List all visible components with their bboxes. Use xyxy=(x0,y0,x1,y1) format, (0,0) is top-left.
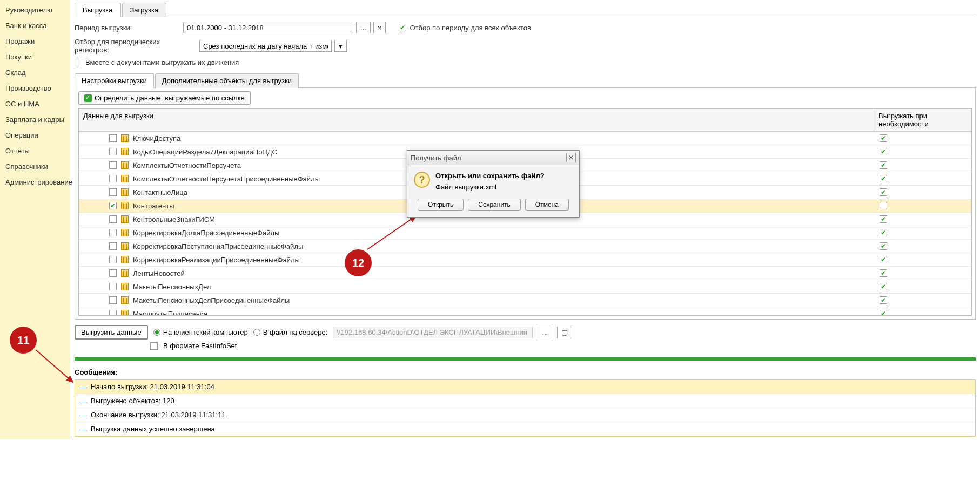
table-row[interactable]: КорректировкаРеализацииПрисоединенныеФай… xyxy=(79,253,971,267)
row-label: МакетыПенсионныхДелПрисоединенныеФайлы xyxy=(133,296,290,304)
need-checkbox[interactable] xyxy=(880,202,887,209)
period-picker-button[interactable]: ... xyxy=(356,22,371,33)
sidebar-item[interactable]: Покупки xyxy=(0,49,70,65)
table-row[interactable]: МаршрутыПодписания xyxy=(79,307,971,315)
message-row: —Выгрузка данных успешно завершена xyxy=(75,422,975,436)
movements-checkbox[interactable] xyxy=(75,59,82,66)
row-checkbox[interactable] xyxy=(109,296,117,304)
dialog-cancel-button[interactable]: Отмена xyxy=(525,199,569,211)
row-label: КодыОперацийРаздела7ДекларацииПоНДС xyxy=(133,148,277,156)
radio-server[interactable]: В файл на сервере: xyxy=(253,328,328,336)
row-checkbox[interactable] xyxy=(109,256,117,263)
row-checkbox[interactable] xyxy=(109,175,117,182)
table-row[interactable]: МакетыПенсионныхДел xyxy=(79,280,971,294)
need-checkbox[interactable] xyxy=(880,229,887,236)
need-checkbox[interactable] xyxy=(880,215,887,223)
message-row: —Начало выгрузки: 21.03.2019 11:31:04 xyxy=(75,380,975,394)
question-icon: ? xyxy=(414,172,430,188)
define-link-label: Определить данные, выгружаемые по ссылке xyxy=(95,94,245,102)
tab-extra[interactable]: Дополнительные объекты для выгрузки xyxy=(155,73,299,88)
server-path-input xyxy=(333,327,533,338)
table-icon xyxy=(121,269,129,277)
tab-upload[interactable]: Выгрузка xyxy=(75,3,121,17)
need-checkbox[interactable] xyxy=(880,269,887,277)
row-checkbox[interactable] xyxy=(109,148,117,155)
table-icon xyxy=(121,229,129,236)
sidebar-item[interactable]: Отчеты xyxy=(0,143,70,159)
need-checkbox[interactable] xyxy=(880,188,887,196)
export-button[interactable]: Выгрузить данные xyxy=(75,325,148,340)
server-path-open[interactable]: ▢ xyxy=(557,327,572,338)
fastinfoset-checkbox[interactable] xyxy=(150,342,158,350)
tab-download[interactable]: Загрузка xyxy=(122,3,167,17)
dash-icon: — xyxy=(79,383,88,391)
sidebar-item[interactable]: Справочники xyxy=(0,159,70,174)
sidebar-item[interactable]: Руководителю xyxy=(0,2,70,18)
table-icon xyxy=(121,256,129,263)
row-label: КомплектыОтчетностиПерсучета xyxy=(133,161,241,169)
table-row[interactable]: КлючиДоступа xyxy=(79,132,971,145)
sidebar-item[interactable]: Операции xyxy=(0,127,70,143)
tab-settings[interactable]: Настройки выгрузки xyxy=(75,73,154,88)
row-checkbox[interactable] xyxy=(109,215,117,223)
row-label: КорректировкаРеализацииПрисоединенныеФай… xyxy=(133,256,300,264)
sidebar-item[interactable]: ОС и НМА xyxy=(0,96,70,112)
reg-dropdown[interactable] xyxy=(199,40,332,52)
need-checkbox[interactable] xyxy=(880,283,887,290)
period-input[interactable] xyxy=(183,22,353,33)
table-icon xyxy=(121,134,129,142)
sidebar-item[interactable]: Склад xyxy=(0,65,70,80)
need-checkbox[interactable] xyxy=(880,310,887,315)
period-all-label: Отбор по периоду для всех объектов xyxy=(410,24,531,32)
messages-title: Сообщения: xyxy=(75,366,976,379)
row-checkbox[interactable] xyxy=(109,161,117,169)
reg-dropdown-button[interactable]: ▾ xyxy=(334,40,347,52)
server-path-picker[interactable]: ... xyxy=(538,327,552,338)
define-link-button[interactable]: Определить данные, выгружаемые по ссылке xyxy=(78,91,251,105)
row-label: КорректировкаДолгаПрисоединенныеФайлы xyxy=(133,229,279,237)
row-label: КорректировкаПоступленияПрисоединенныеФа… xyxy=(133,242,303,250)
need-checkbox[interactable] xyxy=(880,175,887,182)
dialog-save-button[interactable]: Сохранить xyxy=(468,199,521,211)
row-checkbox[interactable] xyxy=(109,269,117,277)
messages-box: —Начало выгрузки: 21.03.2019 11:31:04 —В… xyxy=(75,379,976,437)
sidebar-item[interactable]: Администрирование xyxy=(0,174,70,190)
table-icon xyxy=(121,310,129,315)
row-checkbox[interactable] xyxy=(109,229,117,236)
dialog-open-button[interactable]: Открыть xyxy=(418,199,464,211)
radio-client[interactable]: На клиентский компьютер xyxy=(153,328,248,336)
sidebar-item[interactable]: Продажи xyxy=(0,33,70,49)
sidebar-item[interactable]: Производство xyxy=(0,80,70,96)
table-row[interactable]: КорректировкаПоступленияПрисоединенныеФа… xyxy=(79,240,971,253)
need-checkbox[interactable] xyxy=(880,148,887,155)
need-checkbox[interactable] xyxy=(880,134,887,142)
row-label: ЛентыНовостей xyxy=(133,269,185,277)
table-icon xyxy=(121,242,129,250)
progress-bar xyxy=(75,357,976,361)
row-checkbox[interactable] xyxy=(109,188,117,196)
table-icon xyxy=(121,148,129,155)
table-row[interactable]: ЛентыНовостей xyxy=(79,267,971,280)
need-checkbox[interactable] xyxy=(880,296,887,304)
period-clear-button[interactable]: × xyxy=(373,22,386,33)
table-icon xyxy=(121,175,129,182)
grid-col-need: Выгружать при необходимости xyxy=(874,109,971,131)
row-checkbox[interactable] xyxy=(109,283,117,290)
table-row[interactable]: МакетыПенсионныхДелПрисоединенныеФайлы xyxy=(79,294,971,307)
row-checkbox[interactable] xyxy=(109,310,117,315)
table-row[interactable]: КорректировкаДолгаПрисоединенныеФайлы xyxy=(79,226,971,240)
period-all-checkbox[interactable] xyxy=(399,24,406,31)
need-checkbox[interactable] xyxy=(880,161,887,169)
sidebar-item[interactable]: Банк и касса xyxy=(0,18,70,33)
need-checkbox[interactable] xyxy=(880,242,887,250)
get-file-dialog: Получить файл ✕ ? Открыть или сохранить … xyxy=(407,150,580,218)
row-label: КонтактныеЛица xyxy=(133,188,187,196)
row-checkbox[interactable] xyxy=(109,202,117,209)
row-checkbox[interactable] xyxy=(109,134,117,142)
row-checkbox[interactable] xyxy=(109,242,117,250)
need-checkbox[interactable] xyxy=(880,256,887,263)
dash-icon: — xyxy=(79,425,88,433)
sidebar-item[interactable]: Зарплата и кадры xyxy=(0,112,70,127)
radio-client-label: На клиентский компьютер xyxy=(163,328,248,336)
dialog-close-button[interactable]: ✕ xyxy=(566,153,576,162)
